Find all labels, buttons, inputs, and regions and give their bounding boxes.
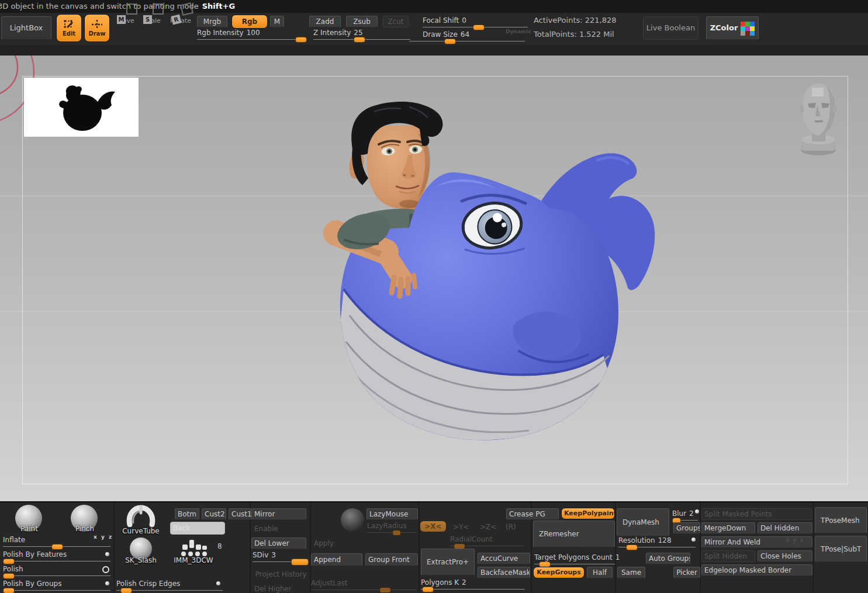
tposemesh-button[interactable]: TPoseMesh	[815, 507, 867, 533]
slider-handle[interactable]	[422, 587, 434, 592]
crease-pg-button[interactable]: Crease PG	[506, 508, 559, 520]
mergedown-button[interactable]: MergeDown	[701, 522, 755, 534]
edit-button[interactable]: Edit	[56, 14, 82, 42]
polygons-k-slider[interactable]: Polygons K2	[421, 578, 525, 589]
append-button[interactable]: Append	[311, 553, 362, 566]
slider-handle[interactable]	[51, 544, 63, 550]
slider-handle[interactable]	[444, 39, 456, 44]
modifier-dot[interactable]	[691, 537, 696, 542]
polish-by-features-slider[interactable]: Polish By Features	[3, 550, 110, 561]
move-button[interactable]: M Move	[114, 15, 137, 42]
mrgb-button[interactable]: Mrgb	[197, 16, 227, 27]
target-polygons-slider[interactable]: Target Polygons Count1	[534, 553, 615, 564]
modifier-dot[interactable]	[216, 581, 220, 585]
sdiv-slider[interactable]: SDiv3	[253, 551, 306, 562]
slider-handle[interactable]	[626, 545, 638, 550]
focal-shift-slider[interactable]: Focal Shift0	[423, 16, 528, 27]
active-points: ActivePoints: 221,828	[534, 16, 617, 25]
zcut-button[interactable]: Zcut	[383, 16, 409, 27]
live-boolean-button[interactable]: Live Boolean	[643, 16, 698, 40]
slider-handle[interactable]	[379, 587, 391, 593]
slider-handle[interactable]	[3, 573, 15, 579]
sculpt-viewport[interactable]	[0, 56, 868, 501]
slider-handle[interactable]	[295, 37, 307, 43]
del-hidden-button[interactable]: Del Hidden	[758, 522, 812, 534]
imm-3dcw-brush-icon[interactable]	[177, 539, 209, 557]
modifier-dot[interactable]	[105, 581, 109, 585]
mirror-y-button[interactable]: >Y<	[450, 521, 471, 533]
picker-button[interactable]: Picker	[673, 567, 700, 578]
edgeloop-masked-border-button[interactable]: Edgeloop Masked Border	[701, 564, 812, 576]
m-button[interactable]: M	[270, 16, 284, 27]
scale-button[interactable]: S Scale	[140, 15, 164, 42]
alt-brush-icon[interactable]	[341, 508, 364, 532]
auto-groups-button[interactable]: Auto Groups	[646, 553, 690, 564]
slider-handle[interactable]	[120, 588, 132, 593]
cust1-button[interactable]: Cust1	[229, 508, 252, 520]
mirror-r-button[interactable]: (R)	[503, 521, 523, 533]
cust2-button[interactable]: Cust2	[202, 508, 226, 520]
dynamic-label: Dynamic	[506, 29, 531, 34]
modifier-ring[interactable]	[102, 566, 109, 573]
back-button[interactable]: Back	[170, 522, 225, 535]
pinch-brush-label: Pinch	[67, 525, 102, 533]
z-intensity-slider[interactable]: Z Intensity25	[313, 29, 410, 40]
split-hidden-button[interactable]: Split Hidden	[701, 550, 755, 562]
group-front-button[interactable]: Group Front	[365, 553, 418, 566]
slider-handle[interactable]	[3, 588, 15, 593]
polish-crisp-edges-slider[interactable]: Polish Crisp Edges	[116, 580, 223, 591]
curvetube-brush-icon[interactable]	[125, 505, 157, 527]
mirror-button[interactable]: Mirror	[251, 508, 306, 520]
rgb-intensity-slider[interactable]: Rgb Intensity100	[197, 29, 305, 40]
slider-handle[interactable]	[3, 559, 15, 564]
rotate-button[interactable]: R Rotate	[169, 15, 192, 42]
split-masked-points-button[interactable]: Split Masked Points	[701, 508, 812, 520]
zadd-button[interactable]: Zadd	[309, 16, 341, 27]
slider-handle[interactable]	[291, 559, 309, 566]
accucurve-button[interactable]: AccuCurve	[478, 553, 530, 564]
slider-handle[interactable]	[473, 25, 485, 30]
groups-button[interactable]: Groups	[673, 522, 700, 534]
botm-button[interactable]: Botm	[175, 508, 199, 520]
mirror-x-button[interactable]: >X<	[420, 521, 447, 532]
lightbox-button[interactable]: LightBox	[1, 16, 51, 40]
slider-handle[interactable]	[392, 530, 401, 536]
draw-button[interactable]: Draw	[84, 14, 110, 42]
slider-handle[interactable]	[354, 37, 365, 43]
same-button[interactable]: Same	[617, 567, 645, 578]
enable-button[interactable]: Enable	[251, 523, 306, 535]
del-higher-button[interactable]: Del Higher	[251, 583, 306, 593]
lazyradius-slider[interactable]: LazyRadius	[367, 522, 416, 533]
apply-button[interactable]: Apply	[311, 537, 358, 549]
tpose-subt-button[interactable]: TPose|SubT	[815, 536, 867, 562]
polish-slider[interactable]: Polish	[3, 565, 110, 576]
backfacemask-button[interactable]: BackfaceMask	[478, 567, 530, 578]
extractpro-button[interactable]: ExtractPro+	[421, 549, 475, 575]
dynamesh-button[interactable]: DynaMesh	[617, 508, 669, 536]
zcolor-palette-icon	[741, 22, 755, 36]
rgb-button[interactable]: Rgb	[231, 15, 268, 29]
zremesher-button[interactable]: ZRemesher	[533, 521, 615, 547]
del-lower-button[interactable]: Del Lower	[251, 537, 306, 549]
imm-3dcw-brush-label: IMM_3DCW	[172, 556, 215, 564]
project-history-button[interactable]: Project History	[253, 568, 307, 580]
modifier-dot[interactable]	[695, 509, 699, 514]
sculpture-boy-and-whale[interactable]	[0, 56, 868, 501]
zsub-button[interactable]: Zsub	[346, 16, 378, 27]
resolution-slider[interactable]: Resolution128	[618, 536, 696, 547]
polish-by-groups-slider[interactable]: Polish By Groups	[3, 580, 110, 591]
blur-slider[interactable]: Blur2	[672, 509, 698, 521]
keepgroups-button[interactable]: KeepGroups	[533, 567, 585, 578]
sk-slash-brush-label: SK_Slash	[120, 556, 162, 564]
radialcount-slider[interactable]: RadialCount	[450, 535, 524, 546]
keeppolypaint-button[interactable]: KeepPolypaint	[561, 508, 615, 519]
inflate-slider[interactable]: Inflate	[3, 536, 110, 547]
adjustlast-slider[interactable]: AdjustLast	[311, 579, 416, 590]
zbrush-app: 3D object in the canvas and switch to pa…	[0, 0, 868, 593]
half-button[interactable]: Half	[587, 567, 613, 578]
lazymouse-button[interactable]: LazyMouse	[366, 508, 418, 520]
modifier-dot[interactable]	[105, 552, 109, 556]
zcolor-button[interactable]: ZColor	[706, 16, 759, 40]
close-holes-button[interactable]: Close Holes	[758, 550, 812, 562]
mirror-z-button[interactable]: >Z<	[477, 521, 498, 533]
